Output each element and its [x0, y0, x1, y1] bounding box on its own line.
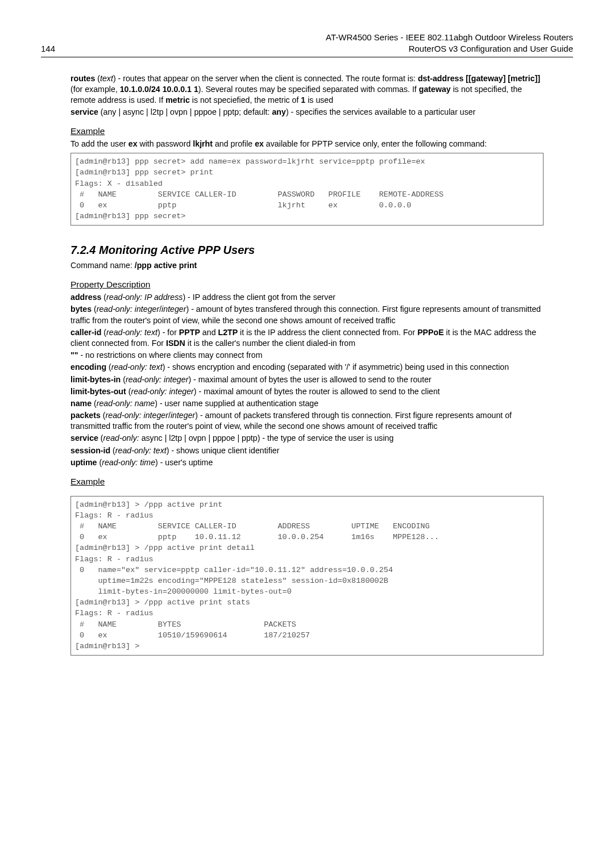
session-line: session-id (read-only: text) - shows uni… [70, 445, 544, 456]
page-content: routes (text) - routes that appear on th… [70, 73, 544, 656]
e1-i3: and profile [213, 139, 255, 148]
example2-code: [admin@rb13] > /ppp active print Flags: … [70, 496, 544, 656]
e1-profile: ex [255, 139, 264, 148]
doc-title-line2: RouterOS v3 Configuration and User Guide [326, 43, 573, 55]
doc-title-block: AT-WR4500 Series - IEEE 802.11abgh Outdo… [326, 32, 573, 55]
packets-type2: integer [171, 411, 195, 420]
lbi-line: limit-bytes-in (read-only: integer) - ma… [70, 374, 544, 385]
prop-lbo: limit-bytes-out [70, 387, 126, 396]
uptime-line: uptime (read-only: time) - user's uptime [70, 457, 544, 468]
gateway-word: gateway [419, 85, 451, 94]
address-line: address (read-only: IP address) - IP add… [70, 292, 544, 303]
caller-d4: it is the caller's number the client dia… [185, 339, 355, 348]
lbi-type: read-only: integer [126, 375, 188, 384]
address-desc: ) - IP address the client got from the s… [182, 293, 335, 302]
lbi-desc: ) - maximal amount of bytes the user is … [188, 375, 431, 384]
caller-line: caller-id (read-only: text) - for PPTP a… [70, 327, 544, 349]
e1-i2: with password [138, 139, 193, 148]
example1-intro: To add the user ex with password lkjrht … [70, 139, 544, 149]
service-vals2: async | l2tp | ovpn | pppoe | pptp) - th… [139, 433, 394, 443]
routes-desc5: is not speciefied, the metric of [190, 95, 301, 105]
routes-desc1: ) - routes that appear on the server whe… [113, 74, 418, 83]
address-type: read-only: IP address [106, 293, 182, 302]
encoding-line: encoding (read-only: text) - shows encry… [70, 362, 544, 373]
prop-bytes: bytes [70, 304, 92, 314]
name-line: name (read-only: name) - user name suppl… [70, 398, 544, 409]
propdesc-heading: Property Description [70, 279, 544, 291]
prop-routes: routes [70, 74, 95, 83]
prop-uptime: uptime [70, 458, 97, 467]
routes-desc3: ). Several routes may be specified separ… [198, 85, 419, 94]
name-desc: ) - user name supplied at authentication… [155, 399, 318, 408]
page-header: 144 AT-WR4500 Series - IEEE 802.11abgh O… [41, 32, 573, 57]
pppoe-word: PPPoE [417, 328, 444, 337]
prop-encoding: encoding [70, 362, 106, 372]
lbo-type: read-only: integer [131, 387, 193, 396]
packets-type: read-only: integer [106, 411, 168, 420]
uptime-type: read-only: time [102, 458, 155, 467]
cmd-label: Command name: [70, 261, 135, 270]
uptime-desc: ) - user's uptime [155, 458, 213, 467]
caller-d2: it is the IP address the client connecte… [238, 328, 417, 337]
type-text: text [100, 74, 113, 83]
bytes-line: bytes (read-only: integer/integer) - amo… [70, 304, 544, 326]
service-line: service (read-only: async | l2tp | ovpn … [70, 433, 544, 444]
packets-line: packets (read-only: integer/integer) - a… [70, 410, 544, 432]
command-name-line: Command name: /ppp active print [70, 260, 544, 271]
routes-desc2: (for example, [70, 85, 120, 94]
session-desc: ) - shows unique client identifier [167, 446, 280, 455]
bytes-type2: integer [161, 304, 186, 314]
prop-address: address [70, 293, 101, 302]
e1-user: ex [128, 139, 138, 148]
routes-example: 10.1.0.0/24 10.0.0.1 1 [120, 85, 198, 94]
service-paragraph: service (any | async | l2tp | ovpn | ppp… [70, 107, 544, 118]
isdn-word: ISDN [166, 339, 185, 348]
lbo-line: limit-bytes-out (read-only: integer) - m… [70, 386, 544, 397]
cmd-value: /ppp active print [135, 261, 197, 270]
bytes-type: read-only: integer [97, 304, 159, 314]
section-heading: 7.2.4 Monitoring Active PPP Users [70, 243, 544, 258]
caller-type: read-only: text [106, 328, 157, 337]
pptp-word: PPTP [179, 328, 200, 337]
empty-line: "" - no restrictions on where clients ma… [70, 350, 544, 361]
service-desc: ) - specifies the services available to … [286, 107, 476, 116]
metric-word: metric [165, 95, 190, 105]
service-vals: (any | async | l2tp | ovpn | pppoe | ppt… [98, 107, 272, 116]
prop-lbi: limit-bytes-in [70, 375, 121, 384]
routes-desc6: is used [305, 95, 333, 105]
routes-format: dst-address [[gateway] [metric]] [418, 74, 540, 83]
e1-pwd: lkjrht [193, 139, 213, 148]
prop-name: name [70, 399, 92, 408]
service-type: read-only: [103, 433, 139, 443]
prop-caller: caller-id [70, 328, 101, 337]
example1-heading: Example [70, 126, 544, 137]
prop-empty: "" [70, 350, 78, 360]
prop-service: service [70, 107, 98, 116]
e1-i1: To add the user [70, 139, 128, 148]
empty-desc: - no restrictions on where clients may c… [78, 350, 262, 360]
session-type: read-only: text [115, 446, 167, 455]
example1-code: [admin@rb13] ppp secret> add name=ex pas… [70, 153, 544, 226]
routes-paragraph: routes (text) - routes that appear on th… [70, 73, 544, 106]
name-type: read-only: name [97, 399, 155, 408]
caller-d1: ) - for [157, 328, 179, 337]
example2-heading: Example [70, 476, 544, 488]
encoding-desc: ) - shows encryption and encoding (separ… [163, 362, 509, 372]
prop-packets: packets [70, 411, 101, 420]
page-number: 144 [41, 43, 55, 55]
lbo-desc: ) - maximal amount of bytes the router i… [194, 387, 440, 396]
doc-title-line1: AT-WR4500 Series - IEEE 802.11abgh Outdo… [326, 32, 573, 43]
l2tp-word: L2TP [218, 328, 238, 337]
service-default: any [272, 107, 285, 116]
e1-i4: available for PPTP service only, enter t… [264, 139, 487, 148]
and-word: and [200, 328, 218, 337]
prop-service2: service [70, 433, 98, 443]
prop-session: session-id [70, 446, 110, 455]
encoding-type: read-only: text [111, 362, 163, 372]
